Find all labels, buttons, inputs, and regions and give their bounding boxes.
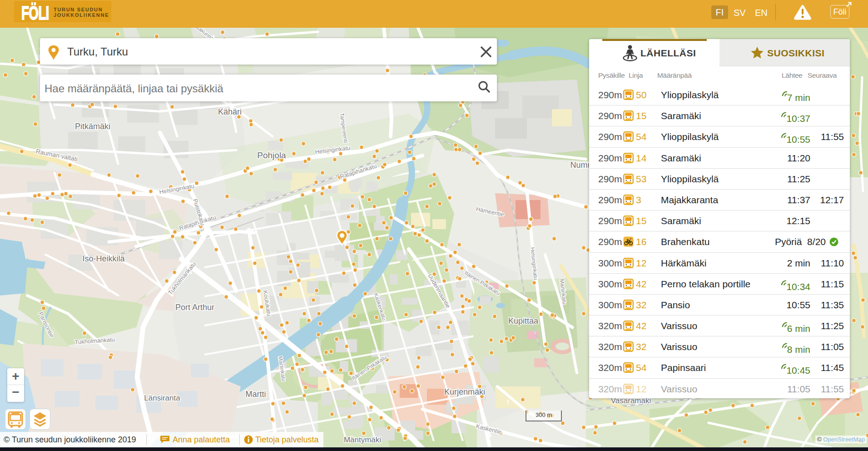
- svg-text:Kurjenmäki: Kurjenmäki: [444, 387, 485, 396]
- svg-text:Port Arthur: Port Arthur: [175, 303, 214, 312]
- svg-text:Kupittaa: Kupittaa: [508, 316, 539, 326]
- svg-text:Kähäri: Kähäri: [218, 107, 242, 116]
- svg-text:Länsiranta: Länsiranta: [144, 394, 180, 402]
- svg-text:Pohjola: Pohjola: [257, 150, 286, 160]
- svg-text:Iso-Heikkilä: Iso-Heikkilä: [82, 254, 125, 263]
- svg-text:Martti: Martti: [246, 390, 266, 399]
- svg-text:Mäntymäki: Mäntymäki: [344, 436, 381, 444]
- svg-text:Pitkämäki: Pitkämäki: [75, 122, 110, 131]
